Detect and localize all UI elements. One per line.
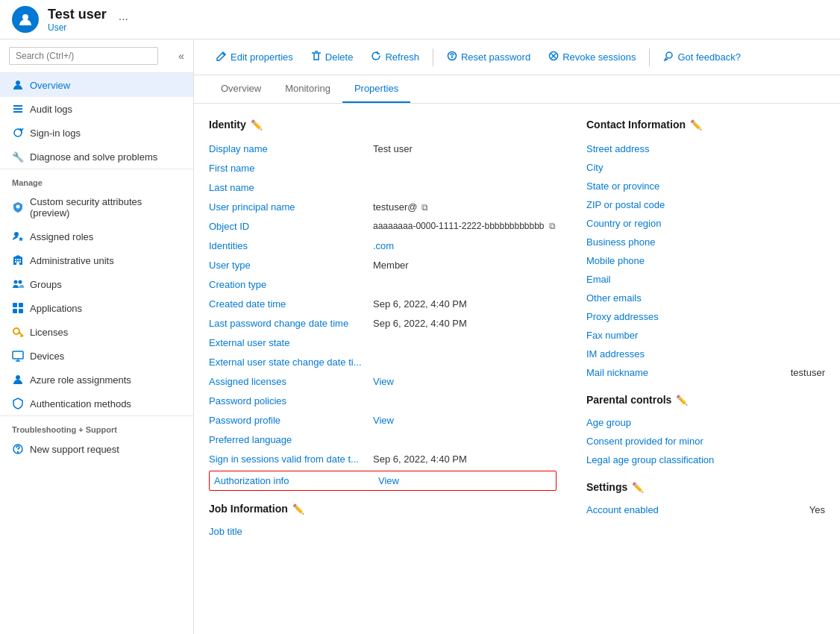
tab-monitoring[interactable]: Monitoring xyxy=(273,75,342,103)
contact-edit-icon[interactable]: ✏️ xyxy=(690,119,702,131)
delete-icon xyxy=(311,51,322,63)
property-sign-in-sessions: Sign in sessions valid from date t... Se… xyxy=(209,450,557,469)
sidebar-item-assigned-roles[interactable]: Assigned roles xyxy=(0,225,193,248)
sidebar-item-admin-units[interactable]: Administrative units xyxy=(0,248,193,272)
svg-rect-23 xyxy=(19,309,23,313)
sidebar-item-label: Groups xyxy=(30,279,62,290)
refresh-label: Refresh xyxy=(385,51,419,63)
delete-button[interactable]: Delete xyxy=(304,47,361,67)
settings-section-title: Settings ✏️ xyxy=(586,481,825,493)
left-column: Identity ✏️ Display name Test user First… xyxy=(209,119,557,619)
property-user-type: User type Member xyxy=(209,256,557,275)
building-icon xyxy=(12,254,24,266)
collapse-sidebar-icon[interactable]: « xyxy=(178,50,184,62)
copy-object-id-icon[interactable]: ⧉ xyxy=(549,221,556,231)
property-ext-user-state-change: External user state change date ti... xyxy=(209,353,557,372)
property-fax: Fax number xyxy=(586,326,825,345)
sidebar-item-custom-security[interactable]: Custom security attributes (preview) xyxy=(0,190,193,225)
key-icon xyxy=(12,326,24,338)
person-star-icon xyxy=(12,230,24,242)
sidebar-item-devices[interactable]: Devices xyxy=(0,344,193,368)
property-mail-nickname: Mail nickname testuser xyxy=(586,363,825,382)
property-display-name: Display name Test user xyxy=(209,139,557,159)
property-proxy-addresses: Proxy addresses xyxy=(586,307,825,326)
identity-edit-icon[interactable]: ✏️ xyxy=(251,119,263,131)
feedback-button[interactable]: Got feedback? xyxy=(656,47,748,67)
avatar xyxy=(12,6,39,33)
sidebar-item-licenses[interactable]: Licenses xyxy=(0,320,193,344)
svg-point-18 xyxy=(14,280,18,284)
svg-point-34 xyxy=(666,52,672,58)
property-first-name: First name xyxy=(209,159,557,178)
toolbar: Edit properties Delete Refresh Reset pas xyxy=(194,40,840,75)
refresh-icon xyxy=(12,127,24,139)
sidebar-item-diagnose[interactable]: 🔧 Diagnose and solve problems xyxy=(0,145,193,169)
tab-overview[interactable]: Overview xyxy=(209,75,273,103)
tab-properties[interactable]: Properties xyxy=(342,75,410,103)
sidebar-item-label: Audit logs xyxy=(30,104,72,115)
more-options-icon[interactable]: ··· xyxy=(119,13,128,26)
svg-point-19 xyxy=(19,280,22,284)
sidebar-item-groups[interactable]: Groups xyxy=(0,272,193,296)
edit-properties-label: Edit properties xyxy=(231,51,293,63)
property-pwd-profile: Password profile View xyxy=(209,411,557,430)
monitor-icon xyxy=(12,350,24,362)
app-grid-icon xyxy=(12,302,24,314)
sidebar-item-azure-roles[interactable]: Azure role assignments xyxy=(0,368,193,392)
right-column: Contact Information ✏️ Street address Ci… xyxy=(586,119,825,619)
property-ext-user-state: External user state xyxy=(209,333,557,353)
parental-edit-icon[interactable]: ✏️ xyxy=(676,395,688,406)
property-pwd-policies: Password policies xyxy=(209,392,557,411)
search-input[interactable] xyxy=(9,47,158,65)
sidebar-item-new-support[interactable]: New support request xyxy=(0,437,193,461)
sidebar-item-label: Custom security attributes (preview) xyxy=(30,196,181,219)
svg-rect-10 xyxy=(15,259,16,260)
sidebar-item-label: Authentication methods xyxy=(30,398,131,409)
settings-edit-icon[interactable]: ✏️ xyxy=(632,482,644,493)
user-name: Test user xyxy=(48,7,107,22)
refresh-icon xyxy=(371,51,381,63)
reset-password-button[interactable]: Reset password xyxy=(439,47,538,67)
property-city: City xyxy=(586,158,825,177)
sidebar-item-auth-methods[interactable]: Authentication methods xyxy=(0,392,193,415)
sidebar-item-audit-logs[interactable]: Audit logs xyxy=(0,97,193,121)
sidebar-item-label: New support request xyxy=(30,444,119,455)
svg-rect-21 xyxy=(19,303,23,307)
revoke-sessions-label: Revoke sessions xyxy=(562,51,636,63)
sidebar-item-label: Overview xyxy=(30,80,70,91)
sidebar-item-applications[interactable]: Applications xyxy=(0,296,193,320)
sidebar: « Overview Audit logs Sign-in logs 🔧 Dia… xyxy=(0,40,194,634)
page-header: Test user User ··· xyxy=(0,0,840,40)
svg-rect-16 xyxy=(16,263,19,265)
sidebar-item-label: Applications xyxy=(30,303,82,314)
contact-section-title: Contact Information ✏️ xyxy=(586,119,825,131)
property-creation-type: Creation type xyxy=(209,275,557,295)
shield-person-icon xyxy=(12,201,24,213)
revoke-sessions-button[interactable]: Revoke sessions xyxy=(541,47,643,67)
edit-properties-button[interactable]: Edit properties xyxy=(209,47,301,67)
feedback-label: Got feedback? xyxy=(677,51,741,63)
property-country: Country or region xyxy=(586,214,825,233)
edit-icon xyxy=(216,51,227,63)
reset-password-label: Reset password xyxy=(461,51,530,63)
toolbar-separator-2 xyxy=(649,48,650,66)
sidebar-search-container: « xyxy=(0,40,193,73)
sidebar-item-sign-in-logs[interactable]: Sign-in logs xyxy=(0,121,193,145)
refresh-button[interactable]: Refresh xyxy=(363,47,427,67)
sidebar-item-label: Azure role assignments xyxy=(30,374,131,386)
svg-rect-25 xyxy=(13,351,23,359)
property-email: Email xyxy=(586,270,825,289)
property-mobile-phone: Mobile phone xyxy=(586,251,825,270)
property-identities: Identities .com xyxy=(209,236,557,256)
property-age-group: Age group xyxy=(586,413,825,432)
list-icon xyxy=(12,103,24,115)
revoke-sessions-icon xyxy=(548,51,559,63)
property-im-addresses: IM addresses xyxy=(586,345,825,363)
sidebar-item-label: Licenses xyxy=(30,327,68,338)
job-edit-icon[interactable]: ✏️ xyxy=(292,503,304,515)
copy-upn-icon[interactable]: ⧉ xyxy=(421,202,428,213)
manage-section-label: Manage xyxy=(0,169,193,190)
wrench-icon: 🔧 xyxy=(12,151,24,163)
sidebar-item-overview[interactable]: Overview xyxy=(0,73,193,97)
sidebar-item-label: Administrative units xyxy=(30,255,114,266)
